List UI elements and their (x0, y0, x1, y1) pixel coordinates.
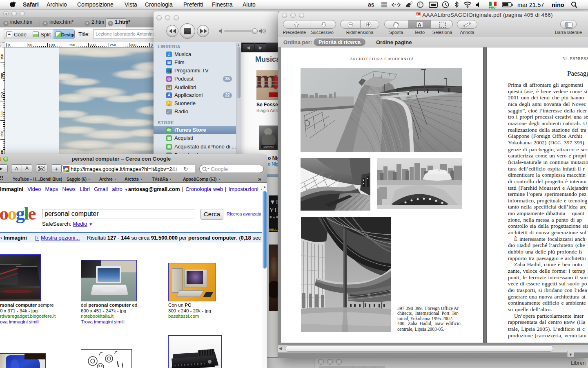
svg-text:350: 350 (0, 131, 4, 137)
svg-text:150: 150 (69, 43, 75, 47)
svg-text:200: 200 (89, 43, 96, 47)
svg-text:A: A (418, 22, 421, 28)
svg-text:250: 250 (110, 43, 116, 47)
svg-text:300: 300 (0, 112, 4, 117)
svg-text:3: 3 (151, 43, 153, 47)
svg-text:nino: nino (552, 2, 564, 8)
svg-text:200: 200 (0, 73, 4, 79)
svg-text:0: 0 (8, 43, 10, 47)
svg-text:100: 100 (49, 43, 55, 47)
svg-text:50: 50 (28, 43, 32, 47)
svg-text:A: A (416, 13, 419, 16)
svg-text:mar 21.57: mar 21.57 (517, 2, 544, 8)
svg-text:as: as (368, 1, 374, 8)
svg-text:PRO: PRO (489, 6, 495, 9)
svg-text:!: ! (419, 3, 421, 7)
svg-text:150: 150 (0, 54, 4, 60)
svg-text:300: 300 (130, 43, 136, 47)
svg-text:250: 250 (0, 92, 4, 98)
